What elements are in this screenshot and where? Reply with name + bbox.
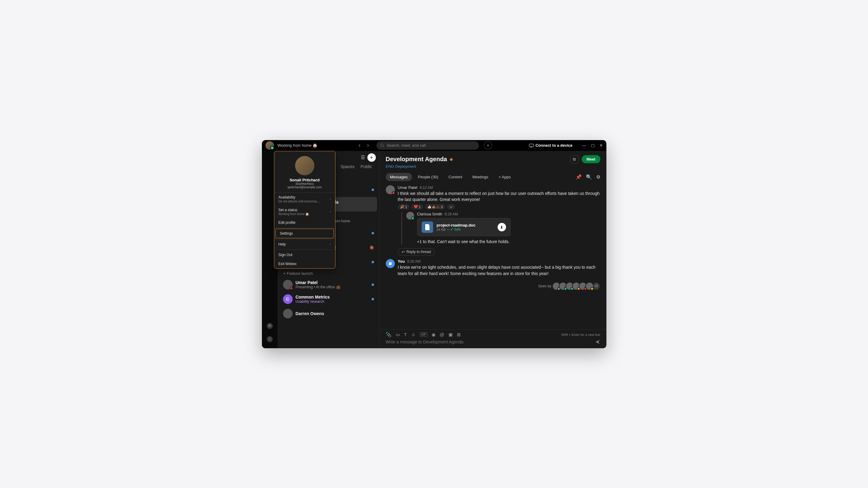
sticker-icon[interactable]: ◉ [432, 332, 435, 337]
video-icon[interactable]: ⊞ [457, 332, 461, 337]
avatar[interactable] [386, 259, 395, 268]
reply-icon: ↩ [402, 250, 405, 254]
tab-spaces[interactable]: Spaces [341, 164, 355, 170]
connect-device[interactable]: Connect to a device [529, 143, 572, 148]
window-controls: — ▢ ✕ [582, 143, 603, 148]
favorite-icon[interactable]: ★ [450, 157, 453, 162]
list-item[interactable]: Umar Patel Presenting • At the office 💼 [280, 278, 377, 292]
new-action-button[interactable]: + [484, 141, 492, 150]
maximize-button[interactable]: ▢ [591, 143, 595, 148]
list-item[interactable]: C Common Metrics Usability research [280, 292, 377, 306]
message: You 8:30 AM I know we're on tight schedu… [386, 259, 600, 276]
chevron-right-icon: › [330, 242, 331, 246]
muted-icon: 🔕 [370, 246, 374, 250]
avatar[interactable] [406, 212, 414, 220]
search-icon [380, 143, 384, 148]
reactions: 🎉1 ❤️1 👍🏻👍🏽👍🏿3 ☺ [398, 204, 600, 209]
chat-title: Development Agenda ★ [386, 156, 454, 163]
unread-dot [372, 298, 374, 300]
chevron-right-icon: › [330, 197, 331, 201]
reaction[interactable]: 👍🏻👍🏽👍🏿3 [425, 204, 445, 209]
menu-settings[interactable]: Settings [276, 229, 334, 238]
device-icon [529, 144, 534, 147]
app-window: Working from home 🏠 Search, meet, and ca… [262, 140, 607, 348]
chat-panel: Development Agenda ★ ⧉ Meet ENG Deployme… [379, 151, 607, 348]
reply-thread-button[interactable]: ↩ Reply to thread [398, 248, 435, 255]
svg-point-0 [381, 144, 383, 147]
person-icon[interactable]: ▣ [448, 332, 453, 337]
avatar[interactable] [386, 185, 395, 194]
reaction[interactable]: ❤️1 [411, 204, 423, 209]
search-bar[interactable]: Search, meet, and call [376, 141, 479, 150]
menu-exit[interactable]: Exit Webex [274, 259, 335, 268]
file-attachment[interactable]: project-roadmap.doc 24 KB• ✔ Safe ⬇ [417, 218, 510, 236]
nav-arrows [356, 142, 372, 149]
screen-icon[interactable]: ▭ [396, 332, 400, 337]
download-button[interactable]: ⬇ [498, 223, 506, 231]
back-button[interactable] [356, 142, 363, 149]
popup-avatar [295, 156, 314, 175]
gif-icon[interactable]: GIF [420, 332, 427, 337]
unread-dot [372, 261, 374, 263]
attach-icon[interactable]: 📎 [386, 332, 392, 337]
settings-rail[interactable]: ⚙ [264, 321, 275, 331]
seen-by: Seen by +2 [386, 282, 600, 290]
svg-rect-1 [529, 144, 533, 147]
status-text: Working from home 🏠 [278, 143, 318, 148]
composer-hint: Shift + Enter for a new line [561, 333, 600, 336]
add-space-button[interactable]: + [367, 153, 376, 162]
tab-meetings[interactable]: Meetings [468, 173, 493, 181]
user-avatar[interactable] [266, 141, 274, 150]
thread: Clarissa Smith 8:28 AM project-roa [401, 212, 600, 245]
chat-header: Development Agenda ★ ⧉ Meet ENG Deployme… [380, 151, 607, 181]
menu-sign-out[interactable]: Sign Out [274, 250, 335, 259]
message-input[interactable] [386, 339, 592, 344]
close-button[interactable]: ✕ [599, 143, 603, 148]
chat-tabs: Messages People (30) Content Meetings + … [386, 173, 600, 181]
profile-menu: Sonali Pritchard She/Her/Hers spritchard… [274, 151, 336, 269]
chat-subspace[interactable]: ENG Deployment [386, 164, 600, 169]
minimize-button[interactable]: — [582, 143, 586, 148]
message: Umar Patel 8:12 AM I think we should all… [386, 185, 600, 256]
unread-dot [372, 189, 374, 191]
search-icon[interactable]: 🔍 [586, 174, 592, 180]
pin-icon[interactable]: 📌 [576, 174, 582, 180]
search-placeholder: Search, meet, and call [387, 143, 426, 148]
tab-messages[interactable]: Messages [386, 173, 412, 181]
sidebar: ☰ + Spaces Public ▾ Recommended Messages… [278, 151, 379, 348]
popup-name: Sonali Pritchard [278, 178, 332, 182]
format-icon[interactable]: T [404, 332, 407, 337]
menu-help[interactable]: Help › [274, 240, 335, 249]
menu-availability[interactable]: Availability Do not disturb until tomorr… [274, 193, 335, 205]
tab-people[interactable]: People (30) [414, 173, 442, 181]
filter-icon[interactable]: ☰ [361, 155, 365, 160]
tab-public[interactable]: Public [361, 164, 372, 170]
menu-edit-profile[interactable]: Edit profile [274, 218, 335, 227]
unread-dot [372, 284, 374, 286]
chevron-right-icon: › [330, 210, 331, 213]
send-button[interactable] [595, 339, 600, 345]
copy-link-button[interactable]: ⧉ [570, 155, 579, 164]
menu-set-status[interactable]: Set a status Working from home 🏠 › [274, 205, 335, 218]
emoji-icon[interactable]: ☺ [411, 332, 415, 337]
titlebar: Working from home 🏠 Search, meet, and ca… [262, 140, 607, 151]
file-icon [422, 221, 433, 233]
tab-apps[interactable]: + Apps [494, 173, 515, 181]
seen-avatar[interactable] [585, 282, 594, 290]
meet-button[interactable]: Meet [582, 155, 600, 163]
list-item[interactable]: Darren Owens [280, 306, 377, 321]
section-feature-launch[interactable]: ▾ Feature launch [280, 269, 377, 278]
forward-button[interactable] [364, 142, 372, 149]
composer-toolbar: 📎 ▭ T ☺ GIF ◉ @ ▣ ⊞ Shift + Enter for a … [386, 332, 600, 337]
reaction[interactable]: 🎉1 [398, 204, 410, 209]
message-list[interactable]: Umar Patel 8:12 AM I think we should all… [380, 181, 607, 329]
mention-icon[interactable]: @ [440, 332, 444, 337]
unread-dot [372, 232, 374, 234]
composer: 📎 ▭ T ☺ GIF ◉ @ ▣ ⊞ Shift + Enter for a … [380, 329, 607, 348]
settings-icon[interactable]: ⚙ [596, 174, 600, 180]
add-reaction[interactable]: ☺ [447, 204, 455, 209]
tab-content[interactable]: Content [444, 173, 467, 181]
help-rail[interactable]: ? [264, 334, 275, 345]
